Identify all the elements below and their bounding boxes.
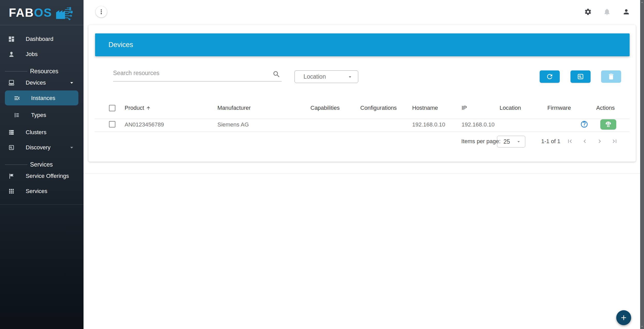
search-icon <box>272 70 281 78</box>
more-options-button[interactable] <box>96 6 107 17</box>
sidebar-item-services[interactable]: Services <box>0 184 84 199</box>
row-checkbox[interactable] <box>109 121 115 127</box>
menu-open-icon <box>14 95 21 102</box>
settings-button[interactable] <box>584 8 592 16</box>
refresh-icon <box>546 73 554 80</box>
cell-product: AN0123456789 <box>125 121 164 128</box>
plus-icon <box>620 314 628 322</box>
sidebar-item-service-offerings[interactable]: Service Offerings <box>0 168 84 184</box>
column-header-hostname[interactable]: Hostname <box>412 105 438 111</box>
sidebar-section-resources: Resources <box>0 67 84 75</box>
refresh-button[interactable] <box>540 70 560 83</box>
brand-fab: FAB <box>9 6 34 19</box>
column-header-firmware[interactable]: Firmware <box>547 105 571 111</box>
robot-icon <box>604 121 612 128</box>
firmware-help-button[interactable] <box>580 120 588 128</box>
account-button[interactable] <box>622 8 630 16</box>
section-label: Services <box>30 161 53 168</box>
devices-card: Devices Location Product Manufacturer Ca… <box>88 25 636 162</box>
factory-circuit-icon <box>55 5 75 20</box>
sidebar-item-devices[interactable]: Devices <box>0 75 84 90</box>
previous-page-button[interactable] <box>581 138 588 145</box>
discover-button[interactable] <box>571 70 591 83</box>
dashboard-icon <box>8 35 15 42</box>
sidebar-item-label: Services <box>26 188 47 195</box>
apps-grid-icon <box>8 188 15 195</box>
sidebar-item-instances[interactable]: Instances <box>0 90 84 106</box>
column-header-manufacturer[interactable]: Manufacturer <box>217 105 251 111</box>
dropdown-arrow-icon <box>516 139 521 144</box>
location-select-label: Location <box>303 73 326 80</box>
sidebar-item-label: Devices <box>26 79 46 86</box>
select-all-checkbox[interactable] <box>109 105 115 111</box>
column-header-product[interactable]: Product <box>125 105 151 111</box>
trash-icon <box>607 73 615 80</box>
page-title-banner: Devices <box>95 33 630 56</box>
add-device-fab[interactable] <box>616 310 631 325</box>
page-title: Devices <box>108 41 133 49</box>
screen-search-icon <box>8 144 15 151</box>
gear-icon <box>584 8 592 16</box>
table-header-divider <box>95 119 630 119</box>
section-divider <box>5 71 27 71</box>
page-size-select[interactable]: 25 <box>497 136 525 148</box>
cell-hostname: 192.168.0.10 <box>412 121 445 128</box>
last-page-button[interactable] <box>611 138 618 145</box>
chevron-left-icon <box>581 138 588 145</box>
sidebar-item-jobs[interactable]: Jobs <box>0 47 84 62</box>
sidebar-divider <box>0 204 84 205</box>
sidebar-item-label: Dashboard <box>26 36 53 42</box>
sidebar-item-types[interactable]: Types <box>0 107 84 123</box>
sidebar-item-label: Jobs <box>26 51 38 58</box>
section-label: Resources <box>30 68 58 75</box>
sort-ascending-icon <box>146 106 151 111</box>
section-divider <box>5 164 27 165</box>
worker-icon <box>8 51 15 58</box>
column-header-capabilities[interactable]: Capabilities <box>310 105 340 111</box>
sidebar-item-label: Types <box>31 112 46 118</box>
first-page-icon <box>566 138 573 145</box>
sidebar-item-label: Discovery <box>26 144 51 151</box>
sidebar-item-label: Instances <box>31 95 55 102</box>
sidebar-item-dashboard[interactable]: Dashboard <box>0 31 84 47</box>
cell-ip: 192.168.0.10 <box>462 121 494 128</box>
bell-icon <box>603 8 611 16</box>
brand-logo: FABOS <box>0 0 84 25</box>
chevron-right-icon <box>596 138 603 145</box>
next-page-button[interactable] <box>596 138 603 145</box>
computer-icon <box>8 79 15 86</box>
chevron-down-icon <box>68 144 75 151</box>
page-size-value: 25 <box>503 138 510 145</box>
brand-os: OS <box>34 6 52 19</box>
list-icon <box>14 112 21 118</box>
column-header-actions: Actions <box>596 105 615 111</box>
sidebar-item-label: Service Offerings <box>26 173 69 179</box>
search-input[interactable] <box>113 67 282 81</box>
last-page-icon <box>611 138 618 145</box>
column-header-ip[interactable]: IP <box>462 105 467 111</box>
column-header-configurations[interactable]: Configurations <box>360 105 397 111</box>
person-icon <box>622 8 630 16</box>
help-icon <box>580 120 588 128</box>
sidebar-item-clusters[interactable]: Clusters <box>0 125 84 140</box>
sidebar-item-label: Clusters <box>26 129 47 136</box>
sidebar-item-discovery[interactable]: Discovery <box>0 140 84 155</box>
notifications-button[interactable] <box>603 8 611 16</box>
screen-search-icon <box>577 73 584 80</box>
brand-wordmark: FABOS <box>9 7 52 19</box>
delete-button[interactable] <box>601 70 621 83</box>
first-page-button[interactable] <box>566 138 573 145</box>
scroll-down-icon[interactable] <box>640 325 644 328</box>
sidebar-section-services: Services <box>0 161 84 168</box>
chevron-down-icon <box>68 79 75 86</box>
pagination-range: 1-1 of 1 <box>541 138 560 145</box>
items-per-page-label: Items per page: <box>461 138 501 145</box>
more-vert-icon <box>98 8 105 15</box>
location-select[interactable]: Location <box>295 70 358 83</box>
dropdown-arrow-icon <box>347 74 353 80</box>
column-header-location[interactable]: Location <box>500 105 521 111</box>
device-action-button[interactable] <box>600 119 616 130</box>
scroll-up-icon[interactable] <box>640 1 644 4</box>
page-scrollbar[interactable] <box>640 0 644 329</box>
cell-manufacturer: Siemens AG <box>217 121 249 128</box>
